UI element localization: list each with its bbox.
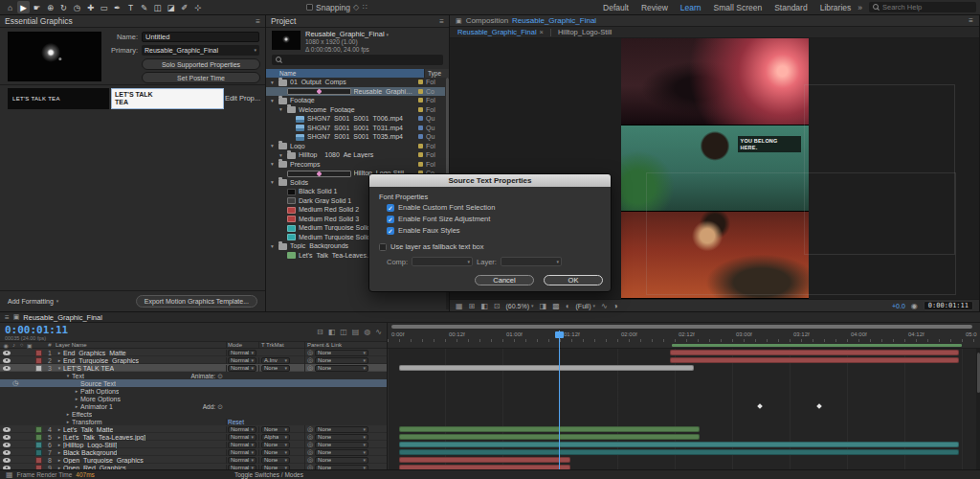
twirl-closed-icon[interactable]: ▸: [56, 434, 63, 440]
pick-whip-icon[interactable]: ◎: [307, 364, 313, 372]
layer-name-column-header[interactable]: Layer Name: [56, 342, 226, 348]
project-item[interactable]: Reusable_Graphic_FinalCo: [266, 87, 445, 97]
solo-supported-properties-button[interactable]: Solo Supported Properties: [142, 58, 260, 70]
checkbox-checked-icon[interactable]: ✓: [387, 216, 394, 223]
twirl-open-icon[interactable]: ▾: [269, 179, 276, 185]
label-color-chip[interactable]: [418, 125, 423, 130]
ok-button[interactable]: OK: [544, 275, 603, 285]
timeline-layer-row[interactable]: 4▸Let's_Talk_MatteNormal▾None▾◎None▾: [0, 425, 387, 433]
checkbox-checked-icon[interactable]: ✓: [387, 204, 394, 212]
comp-dropdown[interactable]: ▾: [412, 257, 473, 266]
timeline-property-row[interactable]: ▸TransformReset: [0, 418, 387, 425]
target-icon[interactable]: ⊙: [217, 373, 223, 379]
timeline-property-row[interactable]: ▸Animator 1Add:⊙: [0, 402, 387, 410]
trkmat-dropdown[interactable]: None▾: [261, 457, 290, 464]
timeline-property-row[interactable]: ▸More Options: [0, 395, 387, 402]
snap-features-icon[interactable]: ∷: [363, 3, 368, 11]
mode-dropdown[interactable]: Normal▾: [228, 426, 256, 433]
trkmat-dropdown[interactable]: Alpha▾: [261, 434, 290, 441]
home-icon[interactable]: ⌂: [4, 1, 16, 13]
twirl-closed-icon[interactable]: ▸: [73, 388, 80, 394]
twirl-closed-icon[interactable]: ▸: [56, 350, 63, 355]
timeline-track-row[interactable]: [388, 349, 976, 356]
timeline-track-row[interactable]: [388, 441, 976, 448]
pick-whip-icon[interactable]: ◎: [307, 448, 313, 456]
workspace-tab-learn[interactable]: Learn: [680, 3, 702, 12]
twirl-closed-icon[interactable]: ▸: [56, 426, 63, 432]
twirl-open-icon[interactable]: ▾: [278, 152, 284, 158]
draft-3d-icon[interactable]: ◧: [328, 328, 336, 336]
project-item[interactable]: SHGN7_S001_S001_T035.mp4Qu: [266, 132, 445, 142]
workspace-overflow-icon[interactable]: »: [858, 3, 862, 12]
mode-dropdown[interactable]: Normal▾: [228, 457, 256, 464]
timeline-layer-row[interactable]: 2▸End_Turquoise_GraphicsNormal▾A.Inv▾◎No…: [0, 356, 387, 364]
animate-button[interactable]: Animate:⊙: [190, 373, 223, 379]
snap-edges-icon[interactable]: ◇: [353, 3, 359, 11]
project-search[interactable]: [272, 55, 443, 65]
help-search-input[interactable]: [882, 3, 972, 11]
timeline-track-row[interactable]: [388, 379, 976, 387]
twirl-closed-icon[interactable]: ▸: [56, 357, 63, 363]
resolution-dropdown[interactable]: (Full)▾: [576, 303, 595, 309]
twirl-closed-icon[interactable]: ▸: [64, 419, 72, 424]
index-column-header[interactable]: #: [44, 342, 56, 348]
twirl-open-icon[interactable]: ▾: [269, 161, 276, 167]
panel-menu-icon[interactable]: ≡: [439, 17, 444, 26]
timeline-track-row[interactable]: [388, 448, 976, 456]
trkmat-dropdown[interactable]: None▾: [261, 426, 290, 433]
timeline-layer-row[interactable]: 6▸[Hilltop_Logo-Still]Normal▾None▾◎None▾: [0, 441, 387, 448]
puppet-pin-tool-icon[interactable]: ⊹: [191, 1, 204, 13]
layer-duration-bar[interactable]: [399, 457, 569, 463]
parent-dropdown[interactable]: None▾: [315, 442, 368, 448]
timeline-track-row[interactable]: [388, 425, 976, 433]
hand-tool-icon[interactable]: ☛: [31, 1, 43, 13]
twirl-open-icon[interactable]: ▾: [64, 373, 72, 378]
mode-dropdown[interactable]: Normal▾: [228, 365, 256, 372]
visibility-eye-icon[interactable]: [3, 351, 11, 355]
twirl-open-icon[interactable]: ▾: [269, 143, 276, 148]
time-navigator-bar[interactable]: [391, 325, 972, 329]
layer-label-chip[interactable]: [35, 365, 42, 372]
trkmat-dropdown[interactable]: A.Inv▾: [261, 357, 290, 364]
layer-dropdown[interactable]: ▾: [501, 257, 562, 266]
timeline-track-row[interactable]: [388, 433, 976, 441]
add-button[interactable]: Add:⊙: [203, 403, 223, 410]
grid-and-guides-icon[interactable]: ⊞: [469, 302, 476, 310]
stopwatch-icon[interactable]: ◷: [12, 379, 18, 387]
type-tool-icon[interactable]: T: [124, 1, 137, 13]
edit-properties-link[interactable]: Edit Prop...: [225, 94, 260, 103]
viewer-tab-1[interactable]: Reusable_Graphic_Final×: [457, 28, 544, 36]
parent-dropdown[interactable]: None▾: [315, 357, 368, 364]
graph-editor-icon[interactable]: ∿: [375, 328, 382, 336]
workspace-tab-review[interactable]: Review: [641, 3, 668, 12]
twirl-closed-icon[interactable]: ▸: [56, 442, 63, 447]
timeline-layer-row[interactable]: 8▸Open_Turquoise_GraphicsNormal▾None▾◎No…: [0, 456, 387, 464]
pick-whip-icon[interactable]: ◎: [307, 349, 313, 356]
cancel-button[interactable]: Cancel: [475, 275, 534, 285]
dialog-checkbox-row[interactable]: ✓Enable Font Size Adjustment: [387, 215, 495, 223]
trkmat-dropdown[interactable]: None▾: [261, 449, 290, 456]
parent-dropdown[interactable]: None▾: [315, 434, 368, 441]
timeline-track-area[interactable]: [388, 349, 976, 469]
keyframe-diamond[interactable]: [758, 403, 764, 409]
layer-label-chip[interactable]: [35, 457, 42, 464]
label-color-chip[interactable]: [418, 152, 423, 157]
project-item[interactable]: ▾Welcome_FootageFol: [266, 105, 445, 115]
pick-whip-icon[interactable]: ◎: [307, 441, 313, 448]
selection-tool-icon[interactable]: ▶: [17, 1, 30, 13]
mode-dropdown[interactable]: Normal▾: [228, 357, 256, 364]
add-formatting-dropdown[interactable]: Add Formatting ▾: [8, 298, 58, 305]
parent-dropdown[interactable]: None▾: [315, 365, 368, 372]
timeline-track-row[interactable]: [388, 364, 976, 372]
checkbox-checked-icon[interactable]: ✓: [387, 227, 394, 235]
timeline-tab[interactable]: Reusable_Graphic_Final: [23, 313, 102, 322]
pen-tool-icon[interactable]: ✒: [111, 1, 123, 13]
workspace-tab-standard[interactable]: Standard: [774, 3, 808, 12]
workspace-tab-small-screen[interactable]: Small Screen: [714, 3, 763, 12]
pick-whip-icon[interactable]: ◎: [307, 356, 313, 364]
label-color-chip[interactable]: [418, 162, 423, 167]
timeline-track-row[interactable]: [388, 387, 976, 395]
twirl-closed-icon[interactable]: ▸: [73, 396, 80, 401]
eraser-tool-icon[interactable]: ◪: [165, 1, 177, 13]
twirl-closed-icon[interactable]: ▸: [56, 457, 63, 463]
